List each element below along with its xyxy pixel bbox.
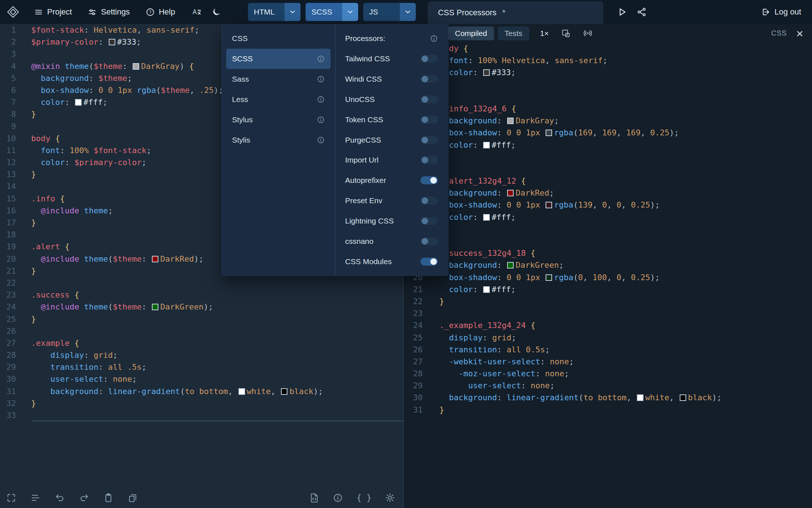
broadcast-icon[interactable] (583, 28, 593, 38)
redo-icon[interactable] (79, 493, 89, 503)
color-swatch[interactable] (546, 274, 552, 281)
scss-dropdown[interactable]: SCSS (306, 3, 358, 21)
code-line-17: 17 (405, 235, 812, 247)
code-line-24[interactable]: 24 @include theme($theme: DarkGreen); (0, 301, 403, 313)
language-option-sass[interactable]: Sass (226, 69, 331, 89)
info-icon[interactable] (317, 116, 325, 124)
color-swatch[interactable] (109, 39, 115, 45)
chevron-down-icon[interactable] (285, 3, 301, 21)
color-swatch[interactable] (507, 262, 514, 269)
zoom-level[interactable]: 1× (540, 29, 549, 38)
tab-compiled[interactable]: Compiled (448, 26, 494, 40)
code-line-27[interactable]: 27.example { (0, 337, 403, 349)
info-icon[interactable] (317, 75, 325, 83)
line-number: 18 (0, 229, 16, 241)
menu-label: Settings (101, 7, 130, 17)
code-line-22[interactable]: 22 (0, 277, 403, 289)
toggle-css-modules[interactable] (420, 258, 438, 266)
select-all-icon[interactable] (6, 493, 16, 503)
language-option-stylus[interactable]: Stylus (226, 110, 331, 130)
chevron-down-icon[interactable] (342, 3, 358, 21)
info-icon[interactable] (333, 493, 343, 503)
code-line-28[interactable]: 28 display: grid; (0, 349, 403, 361)
color-swatch[interactable] (637, 394, 643, 401)
copy-icon[interactable] (128, 493, 138, 503)
undo-icon[interactable] (55, 493, 65, 503)
file-tab-label: CSS Processors (438, 8, 496, 17)
toggle-token-css[interactable] (420, 116, 438, 124)
toggle-preset-env[interactable] (420, 197, 438, 205)
color-swatch[interactable] (507, 190, 514, 196)
menu-settings[interactable]: Settings (88, 7, 130, 17)
toggle-unocss[interactable] (420, 95, 438, 103)
color-swatch[interactable] (281, 388, 287, 395)
code-line-25[interactable]: 25} (0, 313, 403, 325)
toggle-import-url[interactable] (420, 156, 438, 164)
toggle-lightning-css[interactable] (420, 217, 438, 225)
toggle-cssnano[interactable] (420, 237, 438, 245)
toggle-tailwind-css[interactable] (420, 55, 438, 63)
logout-button[interactable]: Log out (761, 7, 801, 17)
line-number: 23 (405, 307, 423, 319)
language-option-scss[interactable]: SCSS (226, 49, 331, 69)
line-number: 24 (405, 319, 423, 331)
run-icon[interactable] (616, 7, 627, 17)
info-icon[interactable] (317, 136, 325, 144)
gear-icon[interactable] (385, 493, 395, 503)
color-swatch[interactable] (239, 388, 245, 395)
language-option-stylis[interactable]: Stylis (226, 130, 331, 150)
language-list: CSSSCSSSassLessStylusStylis (222, 24, 336, 275)
info-icon[interactable] (317, 95, 325, 103)
popout-icon[interactable] (561, 29, 571, 38)
menu-help[interactable]: ? Help (146, 7, 175, 17)
chevron-down-icon[interactable] (400, 3, 416, 21)
html-dropdown[interactable]: HTML (248, 3, 301, 21)
dark-mode-icon[interactable] (212, 7, 221, 17)
translate-icon[interactable]: A (192, 7, 202, 17)
color-swatch[interactable] (152, 256, 158, 262)
clipboard-icon[interactable] (103, 493, 113, 503)
info-icon[interactable] (317, 55, 325, 63)
language-option-less[interactable]: Less (226, 89, 331, 110)
color-swatch[interactable] (483, 286, 490, 293)
code-line-29[interactable]: 29 transition: all .5s; (0, 361, 403, 373)
info-icon[interactable] (430, 34, 438, 42)
color-swatch[interactable] (75, 99, 82, 106)
processor-label: Autoprefixer (345, 176, 386, 185)
line-number: 22 (0, 277, 16, 289)
color-swatch[interactable] (483, 142, 490, 148)
code-line-26[interactable]: 26 (0, 325, 403, 337)
toggle-autoprefixer[interactable] (420, 176, 438, 184)
line-number: 9 (0, 120, 16, 132)
line-number: 13 (0, 168, 16, 180)
code-line-31[interactable]: 31 background: linear-gradient(to bottom… (0, 385, 403, 397)
tab-tests[interactable]: Tests (498, 26, 529, 40)
code-line-33[interactable]: 33 (0, 409, 403, 421)
format-icon[interactable] (30, 493, 41, 503)
menu-project[interactable]: Project (34, 7, 72, 17)
file-tab-css-processors[interactable]: CSS Processors * (428, 1, 603, 24)
color-swatch[interactable] (483, 69, 490, 76)
logout-icon (761, 7, 771, 17)
line-number: 29 (405, 380, 423, 392)
code-line-32[interactable]: 32} (0, 397, 403, 409)
color-swatch[interactable] (507, 118, 514, 124)
toggle-purgecss[interactable] (420, 136, 438, 144)
toggle-windi-css[interactable] (420, 75, 438, 83)
color-swatch[interactable] (546, 202, 552, 208)
color-swatch[interactable] (152, 304, 158, 310)
code-line-30[interactable]: 30 user-select: none; (0, 373, 403, 385)
color-swatch[interactable] (546, 130, 552, 136)
color-swatch[interactable] (483, 214, 490, 221)
file-code-icon[interactable] (309, 493, 319, 503)
app-logo[interactable] (7, 5, 20, 19)
language-option-css[interactable]: CSS (226, 28, 331, 49)
braces-icon[interactable]: { } (356, 493, 372, 503)
share-icon[interactable] (637, 7, 647, 17)
color-swatch[interactable] (680, 394, 686, 401)
js-dropdown[interactable]: JS (363, 3, 416, 21)
color-swatch[interactable] (133, 63, 139, 70)
code-line-7: 7 background: DarkGray; (405, 115, 812, 127)
code-line-23[interactable]: 23.success { (0, 289, 403, 301)
close-icon[interactable]: × (796, 27, 803, 40)
